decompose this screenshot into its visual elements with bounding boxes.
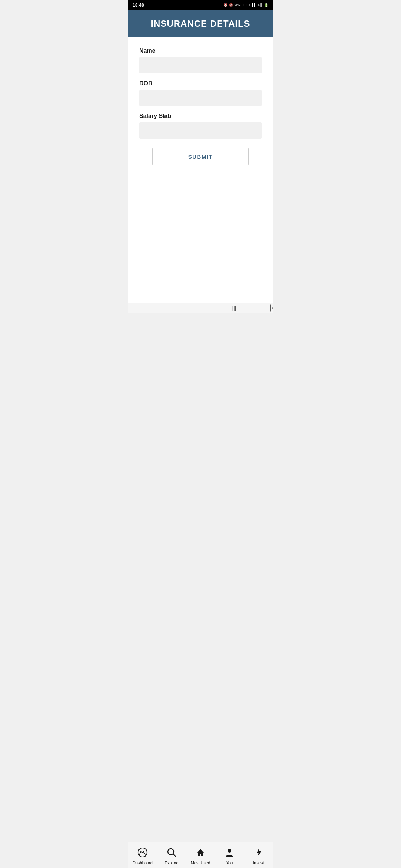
signal-icon: ▌▌ bbox=[252, 3, 257, 7]
status-icons: ⏰ 🔇 WiFi LTE1 ▌▌ R▌ 🔋 bbox=[224, 3, 269, 7]
alarm-icon: ⏰ bbox=[224, 3, 228, 7]
page-title: INSURANCE DETAILS bbox=[134, 19, 267, 29]
main-content: Name DOB Salary Slab SUBMIT bbox=[128, 37, 273, 303]
header: INSURANCE DETAILS bbox=[128, 10, 273, 37]
name-input[interactable] bbox=[139, 57, 262, 73]
battery-icon: 🔋 bbox=[264, 3, 268, 7]
status-bar: 18:48 ⏰ 🔇 WiFi LTE1 ▌▌ R▌ 🔋 bbox=[128, 0, 273, 10]
content-spacer bbox=[128, 173, 273, 303]
dob-label: DOB bbox=[139, 80, 262, 87]
submit-button[interactable]: SUBMIT bbox=[152, 148, 249, 165]
page: 18:48 ⏰ 🔇 WiFi LTE1 ▌▌ R▌ 🔋 INSURANCE DE… bbox=[128, 0, 273, 313]
salary-slab-field-group: Salary Slab bbox=[139, 113, 262, 139]
name-label: Name bbox=[139, 47, 262, 54]
bottom-section: Dashboard Explore bbox=[128, 303, 273, 313]
android-nav-bar: ||| ○ < bbox=[200, 303, 273, 313]
salary-slab-label: Salary Slab bbox=[139, 113, 262, 119]
status-time: 18:48 bbox=[133, 3, 144, 8]
wifi-icon: WiFi bbox=[235, 3, 241, 7]
lte-icon: LTE1 bbox=[243, 3, 251, 7]
form-container: Name DOB Salary Slab SUBMIT bbox=[128, 37, 273, 173]
dob-input[interactable] bbox=[139, 90, 262, 106]
salary-slab-input[interactable] bbox=[139, 122, 262, 139]
android-menu-button[interactable]: ||| bbox=[232, 305, 237, 311]
android-home-button[interactable]: ○ bbox=[270, 304, 273, 312]
name-field-group: Name bbox=[139, 47, 262, 73]
dob-field-group: DOB bbox=[139, 80, 262, 106]
r-signal-icon: R▌ bbox=[258, 3, 263, 7]
submit-container: SUBMIT bbox=[139, 148, 262, 165]
mute-icon: 🔇 bbox=[229, 3, 233, 7]
